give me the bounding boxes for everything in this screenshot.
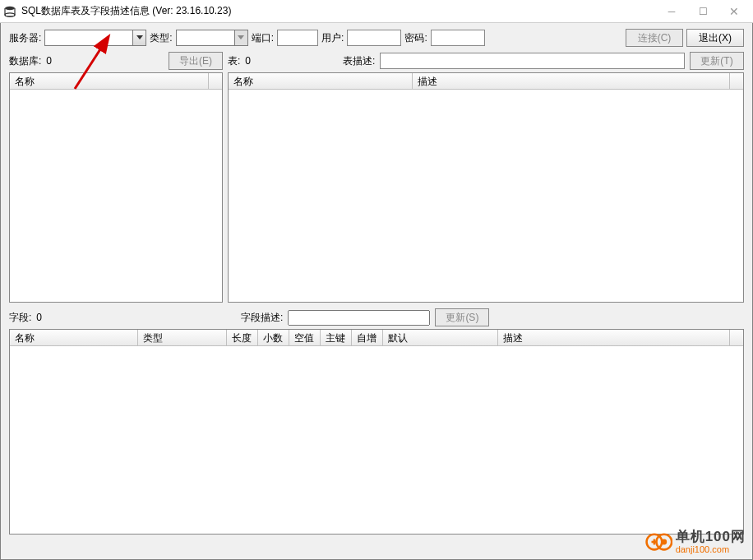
db-list-body[interactable] — [10, 90, 222, 302]
table-list-header: 名称 描述 — [229, 73, 743, 90]
db-col-spacer — [209, 73, 222, 89]
chevron-down-icon — [234, 30, 247, 45]
db-listview[interactable]: 名称 — [9, 72, 223, 303]
content-area: 服务器: 类型: 端口: 用户: 密码: 连接(C) 退出(X) 数据库: 0 … — [0, 23, 753, 560]
port-label: 端口: — [252, 31, 274, 45]
user-label: 用户: — [321, 31, 344, 45]
table-col-name[interactable]: 名称 — [229, 73, 413, 89]
table-list-body[interactable] — [229, 90, 743, 302]
field-list-body[interactable] — [10, 346, 743, 534]
chevron-down-icon — [132, 30, 146, 45]
field-header-row: 字段: 0 字段描述: 更新(S) — [9, 308, 744, 327]
field-label: 字段: — [9, 311, 31, 325]
user-input[interactable] — [347, 30, 401, 46]
server-label: 服务器: — [9, 31, 41, 45]
field-col-name[interactable]: 名称 — [10, 330, 138, 345]
svg-point-5 — [661, 539, 667, 545]
table-desc-input[interactable] — [380, 53, 685, 69]
svg-point-1 — [5, 12, 15, 16]
minimize-button[interactable]: ─ — [656, 1, 687, 22]
field-desc-input[interactable] — [288, 310, 430, 326]
field-col-pk[interactable]: 主键 — [321, 330, 352, 345]
watermark: 单机100网 danji100.com — [644, 528, 746, 556]
type-label: 类型: — [150, 31, 172, 45]
window-title: SQL数据库表及字段描述信息 (Ver: 23.16.10.23) — [21, 4, 656, 18]
field-count: 0 — [36, 312, 42, 323]
field-col-auto[interactable]: 自增 — [352, 330, 383, 345]
exit-button[interactable]: 退出(X) — [686, 29, 744, 47]
table-count: 0 — [245, 55, 251, 67]
pwd-label: 密码: — [404, 31, 427, 45]
server-combo[interactable] — [44, 30, 146, 46]
type-combo[interactable] — [176, 30, 248, 46]
field-col-null[interactable]: 空值 — [289, 330, 321, 345]
watermark-url: danji100.com — [676, 544, 746, 554]
watermark-text: 单机100网 — [676, 530, 746, 545]
field-col-def[interactable]: 默认 — [383, 330, 498, 345]
watermark-logo-icon — [644, 528, 672, 556]
table-col-spacer — [730, 73, 743, 89]
field-update-button[interactable]: 更新(S) — [435, 308, 489, 326]
table-header-row: 表: 0 表描述: 更新(T) — [228, 51, 744, 71]
mid-split: 名称 名称 描述 — [9, 72, 744, 303]
svg-point-0 — [5, 6, 15, 9]
db-list-header: 名称 — [10, 73, 222, 90]
field-col-len[interactable]: 长度 — [227, 330, 258, 345]
field-list-header: 名称 类型 长度 小数 空值 主键 自增 默认 描述 — [10, 330, 743, 346]
table-label: 表: — [228, 54, 240, 68]
table-listview[interactable]: 名称 描述 — [228, 72, 744, 303]
port-input[interactable] — [277, 30, 318, 46]
title-bar: SQL数据库表及字段描述信息 (Ver: 23.16.10.23) ─ ☐ ✕ — [0, 0, 753, 23]
db-count: 0 — [46, 55, 52, 67]
app-icon — [3, 5, 16, 18]
close-button[interactable]: ✕ — [718, 1, 750, 22]
field-listview[interactable]: 名称 类型 长度 小数 空值 主键 自增 默认 描述 — [9, 329, 744, 535]
field-col-dec[interactable]: 小数 — [258, 330, 289, 345]
password-input[interactable] — [431, 30, 485, 46]
connect-button[interactable]: 连接(C) — [626, 29, 683, 47]
db-col-name[interactable]: 名称 — [10, 73, 209, 89]
table-update-button[interactable]: 更新(T) — [690, 52, 744, 70]
field-col-desc[interactable]: 描述 — [498, 330, 730, 345]
export-button[interactable]: 导出(E) — [169, 52, 223, 70]
field-desc-label: 字段描述: — [241, 311, 283, 325]
db-header-row: 数据库: 0 导出(E) — [9, 51, 223, 71]
connection-row: 服务器: 类型: 端口: 用户: 密码: 连接(C) 退出(X) — [9, 28, 744, 48]
db-label: 数据库: — [9, 54, 41, 68]
field-col-spacer — [730, 330, 743, 345]
maximize-button[interactable]: ☐ — [687, 1, 718, 22]
table-col-desc[interactable]: 描述 — [413, 73, 730, 89]
table-desc-label: 表描述: — [343, 54, 375, 68]
field-col-type[interactable]: 类型 — [138, 330, 227, 345]
